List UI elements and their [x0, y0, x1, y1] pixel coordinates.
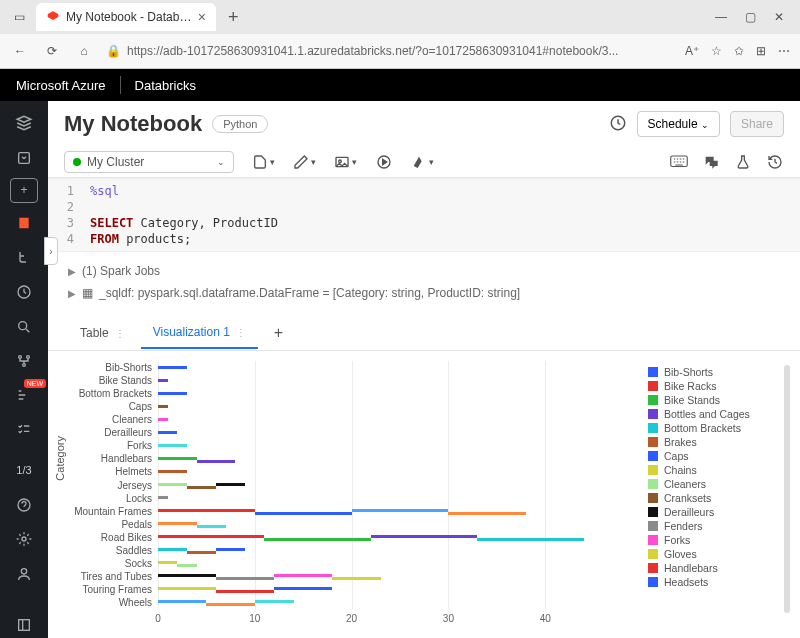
rail-recents-icon[interactable] — [6, 143, 42, 171]
new-tab-button[interactable]: + — [222, 7, 245, 28]
spark-jobs-toggle[interactable]: ▶(1) Spark Jobs — [68, 260, 780, 282]
experiments-icon[interactable] — [734, 153, 752, 171]
bar-row: Handlebars — [158, 454, 642, 464]
rail-checklist-icon[interactable] — [6, 416, 42, 444]
legend-item[interactable]: Gloves — [648, 547, 778, 561]
legend-swatch — [648, 577, 658, 587]
legend-item[interactable]: Headsets — [648, 575, 778, 589]
legend-item[interactable]: Fenders — [648, 519, 778, 533]
home-button[interactable]: ⌂ — [74, 41, 94, 61]
legend-item[interactable]: Chains — [648, 463, 778, 477]
svg-point-4 — [19, 356, 22, 359]
bar-row: Wheels — [158, 597, 642, 607]
legend-item[interactable]: Bike Stands — [648, 393, 778, 407]
legend-item[interactable]: Cleaners — [648, 477, 778, 491]
rail-new-button[interactable]: + — [10, 178, 38, 203]
collections-icon[interactable]: ⊞ — [756, 44, 766, 58]
share-button[interactable]: Share — [730, 111, 784, 137]
tab-visualization[interactable]: Visualization 1⋮ — [141, 317, 258, 349]
legend-swatch — [648, 465, 658, 475]
code-cell[interactable]: 1234 %sql SELECT Category, ProductID FRO… — [48, 178, 800, 252]
refresh-button[interactable]: ⟳ — [42, 41, 62, 61]
chart-scrollbar[interactable] — [784, 365, 790, 613]
legend-item[interactable]: Brakes — [648, 435, 778, 449]
cluster-status-dot — [73, 158, 81, 166]
left-rail: + NEW 1/3 › — [0, 101, 48, 638]
favorite-icon[interactable]: ☆ — [711, 44, 722, 58]
expand-handle[interactable]: › — [44, 237, 58, 265]
bar-label: Forks — [64, 440, 158, 451]
bar-label: Tires and Tubes — [64, 571, 158, 582]
tab-table[interactable]: Table⋮ — [68, 318, 137, 348]
legend-item[interactable]: Bottom Brackets — [648, 421, 778, 435]
last-run-icon[interactable] — [609, 114, 627, 135]
rail-search-icon[interactable] — [6, 312, 42, 340]
favorites-bar-icon[interactable]: ✩ — [734, 44, 744, 58]
legend-swatch — [648, 535, 658, 545]
rail-repos-icon[interactable] — [6, 243, 42, 271]
file-menu[interactable]: ▾ — [252, 154, 275, 170]
rail-workspace-icon[interactable] — [6, 109, 42, 137]
legend-label: Bottom Brackets — [664, 422, 741, 434]
rail-help-icon[interactable] — [6, 490, 42, 518]
browser-tab[interactable]: My Notebook - Databricks × — [36, 3, 216, 31]
schedule-button[interactable]: Schedule ⌄ — [637, 111, 720, 137]
close-tab-icon[interactable]: × — [198, 9, 206, 25]
svg-point-8 — [22, 537, 26, 541]
rail-user-icon[interactable] — [6, 559, 42, 587]
more-icon[interactable]: ⋯ — [778, 44, 790, 58]
bar-label: Derailleurs — [64, 427, 158, 438]
lock-icon: 🔒 — [106, 44, 121, 58]
rail-compute-icon[interactable] — [6, 347, 42, 375]
notebook-title[interactable]: My Notebook — [64, 111, 202, 137]
edit-menu[interactable]: ▾ — [293, 154, 316, 170]
run-all-button[interactable] — [375, 153, 393, 171]
x-axis: 010203040 — [158, 609, 642, 623]
bar-row: Cleaners — [158, 415, 642, 425]
legend-item[interactable]: Caps — [648, 449, 778, 463]
bar-row: Locks — [158, 493, 642, 503]
tab-overview-button[interactable]: ▭ — [8, 6, 30, 28]
tab-menu-icon[interactable]: ⋮ — [115, 328, 125, 339]
legend-item[interactable]: Bottles and Cages — [648, 407, 778, 421]
legend-label: Caps — [664, 450, 689, 462]
legend-label: Bike Racks — [664, 380, 717, 392]
legend-item[interactable]: Handlebars — [648, 561, 778, 575]
legend-label: Forks — [664, 534, 690, 546]
legend-label: Bike Stands — [664, 394, 720, 406]
legend-item[interactable]: Forks — [648, 533, 778, 547]
history-icon[interactable] — [766, 153, 784, 171]
language-pill[interactable]: Python — [212, 115, 268, 133]
svg-point-5 — [27, 356, 30, 359]
legend-swatch — [648, 521, 658, 531]
rail-clock-icon[interactable] — [6, 278, 42, 306]
comments-icon[interactable] — [702, 153, 720, 171]
legend-item[interactable]: Derailleurs — [648, 505, 778, 519]
rail-notebook-icon[interactable] — [6, 209, 42, 237]
sqldf-toggle[interactable]: ▶▦_sqldf: pyspark.sql.dataframe.DataFram… — [68, 282, 780, 304]
legend-item[interactable]: Cranksets — [648, 491, 778, 505]
legend-item[interactable]: Bib-Shorts — [648, 365, 778, 379]
bar-label: Road Bikes — [64, 532, 158, 543]
legend-swatch — [648, 437, 658, 447]
cluster-selector[interactable]: My Cluster ⌄ — [64, 151, 234, 173]
clear-menu[interactable]: ▾ — [411, 154, 434, 170]
databricks-icon — [46, 10, 60, 24]
legend-item[interactable]: Bike Racks — [648, 379, 778, 393]
rail-collapse-icon[interactable] — [6, 610, 42, 638]
code-content[interactable]: %sql SELECT Category, ProductID FROM pro… — [82, 179, 286, 251]
tab-menu-icon[interactable]: ⋮ — [236, 327, 246, 338]
add-tab-button[interactable]: + — [262, 316, 295, 350]
chevron-right-icon: ▶ — [68, 266, 76, 277]
reader-icon[interactable]: A⁺ — [685, 44, 699, 58]
view-menu[interactable]: ▾ — [334, 154, 357, 170]
back-button[interactable]: ← — [10, 41, 30, 61]
close-window-button[interactable]: ✕ — [774, 10, 784, 24]
rail-jobs-icon[interactable]: NEW — [6, 381, 42, 409]
bar-row: Road Bikes — [158, 532, 642, 542]
keyboard-icon[interactable] — [670, 153, 688, 171]
rail-settings-icon[interactable] — [6, 525, 42, 553]
minimize-button[interactable]: — — [715, 10, 727, 24]
maximize-button[interactable]: ▢ — [745, 10, 756, 24]
bar-label: Pedals — [64, 519, 158, 530]
